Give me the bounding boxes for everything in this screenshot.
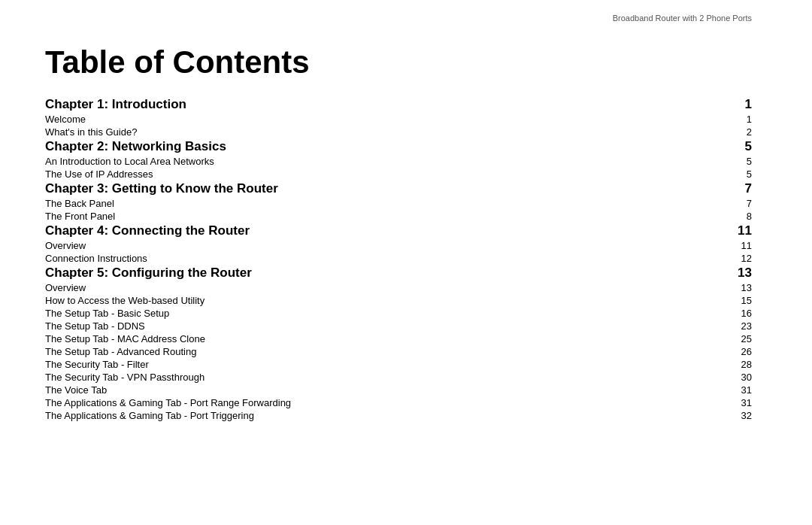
sub-entry: The Setup Tab - Advanced Routing26 bbox=[45, 345, 752, 358]
entry-page: 13 bbox=[722, 281, 752, 294]
entry-page: 31 bbox=[722, 384, 752, 396]
entry-page: 5 bbox=[722, 155, 752, 168]
entry-label: The Use of IP Addresses bbox=[45, 168, 722, 181]
chapter-entry: Chapter 3: Getting to Know the Router7 bbox=[45, 181, 752, 197]
sub-entry: The Security Tab - Filter28 bbox=[45, 358, 752, 371]
entry-page: 25 bbox=[722, 332, 752, 345]
sub-entry: What's in this Guide?2 bbox=[45, 126, 752, 138]
entry-label: The Security Tab - VPN Passthrough bbox=[45, 371, 722, 384]
entry-page: 1 bbox=[722, 113, 752, 126]
entry-page: 7 bbox=[722, 197, 752, 210]
sub-entry: The Applications & Gaming Tab - Port Tri… bbox=[45, 409, 752, 422]
entry-label: Connection Instructions bbox=[45, 252, 722, 265]
entry-label: The Voice Tab bbox=[45, 384, 722, 396]
sub-entry: An Introduction to Local Area Networks5 bbox=[45, 155, 752, 168]
entry-page: 15 bbox=[722, 294, 752, 307]
entry-label: The Security Tab - Filter bbox=[45, 358, 722, 371]
entry-page: 31 bbox=[722, 396, 752, 409]
entry-label: The Setup Tab - Basic Setup bbox=[45, 307, 722, 320]
entry-page: 16 bbox=[722, 307, 752, 320]
entry-page: 23 bbox=[722, 320, 752, 332]
entry-label: The Applications & Gaming Tab - Port Tri… bbox=[45, 409, 722, 422]
entry-page: 32 bbox=[722, 409, 752, 422]
sub-entry: The Setup Tab - MAC Address Clone25 bbox=[45, 332, 752, 345]
chapter-entry: Chapter 4: Connecting the Router11 bbox=[45, 223, 752, 239]
entry-label: The Applications & Gaming Tab - Port Ran… bbox=[45, 396, 722, 409]
entry-label: What's in this Guide? bbox=[45, 126, 722, 138]
chapter-entry: Chapter 2: Networking Basics5 bbox=[45, 138, 752, 155]
chapter-entry: Chapter 1: Introduction1 bbox=[45, 96, 752, 113]
sub-entry: Connection Instructions12 bbox=[45, 252, 752, 265]
entry-page: 8 bbox=[722, 210, 752, 223]
entry-label: Chapter 2: Networking Basics bbox=[45, 138, 722, 155]
toc-title: Table of Contents bbox=[45, 45, 752, 80]
entry-page: 7 bbox=[722, 181, 752, 197]
sub-entry: The Back Panel7 bbox=[45, 197, 752, 210]
entry-page: 11 bbox=[722, 239, 752, 252]
sub-entry: The Security Tab - VPN Passthrough30 bbox=[45, 371, 752, 384]
entry-label: An Introduction to Local Area Networks bbox=[45, 155, 722, 168]
sub-entry: The Applications & Gaming Tab - Port Ran… bbox=[45, 396, 752, 409]
entry-label: How to Access the Web-based Utility bbox=[45, 294, 722, 307]
entry-label: Welcome bbox=[45, 113, 722, 126]
entry-label: The Setup Tab - DDNS bbox=[45, 320, 722, 332]
entry-page: 5 bbox=[722, 138, 752, 155]
entry-page: 2 bbox=[722, 126, 752, 138]
entry-page: 26 bbox=[722, 345, 752, 358]
entry-label: Chapter 1: Introduction bbox=[45, 96, 722, 113]
entry-page: 13 bbox=[722, 265, 752, 281]
entry-label: The Front Panel bbox=[45, 210, 722, 223]
entry-page: 28 bbox=[722, 358, 752, 371]
entry-label: Overview bbox=[45, 239, 722, 252]
entry-page: 30 bbox=[722, 371, 752, 384]
sub-entry: The Setup Tab - Basic Setup16 bbox=[45, 307, 752, 320]
sub-entry: Overview11 bbox=[45, 239, 752, 252]
toc-table: Chapter 1: Introduction1Welcome1What's i… bbox=[45, 96, 752, 422]
sub-entry: The Use of IP Addresses5 bbox=[45, 168, 752, 181]
chapter-entry: Chapter 5: Configuring the Router13 bbox=[45, 265, 752, 281]
sub-entry: Overview13 bbox=[45, 281, 752, 294]
entry-label: The Setup Tab - Advanced Routing bbox=[45, 345, 722, 358]
entry-page: 1 bbox=[722, 96, 752, 113]
sub-entry: The Front Panel8 bbox=[45, 210, 752, 223]
sub-entry: How to Access the Web-based Utility15 bbox=[45, 294, 752, 307]
entry-page: 5 bbox=[722, 168, 752, 181]
product-name: Broadband Router with 2 Phone Ports bbox=[613, 14, 752, 23]
entry-label: Overview bbox=[45, 281, 722, 294]
sub-entry: Welcome1 bbox=[45, 113, 752, 126]
page-container: Broadband Router with 2 Phone Ports Tabl… bbox=[0, 0, 812, 445]
entry-label: Chapter 5: Configuring the Router bbox=[45, 265, 722, 281]
sub-entry: The Setup Tab - DDNS23 bbox=[45, 320, 752, 332]
entry-label: The Setup Tab - MAC Address Clone bbox=[45, 332, 722, 345]
entry-page: 11 bbox=[722, 223, 752, 239]
entry-label: The Back Panel bbox=[45, 197, 722, 210]
entry-page: 12 bbox=[722, 252, 752, 265]
entry-label: Chapter 3: Getting to Know the Router bbox=[45, 181, 722, 197]
entry-label: Chapter 4: Connecting the Router bbox=[45, 223, 722, 239]
sub-entry: The Voice Tab31 bbox=[45, 384, 752, 396]
